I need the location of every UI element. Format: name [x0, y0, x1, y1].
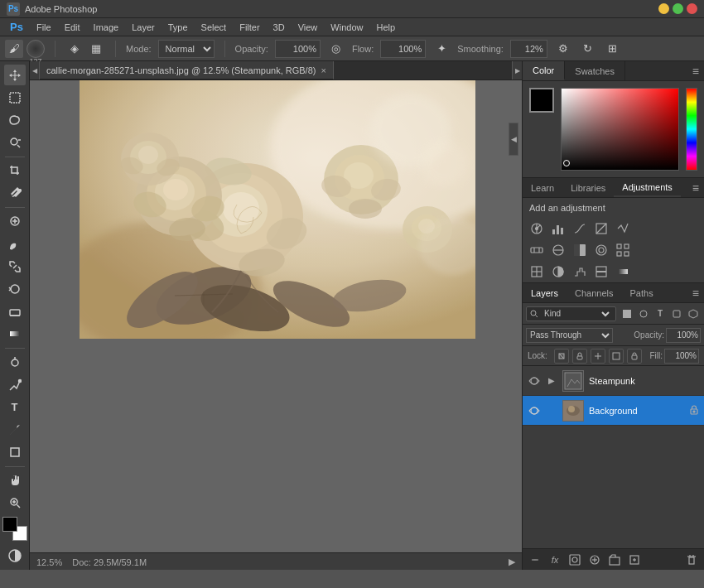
- healing-brush-tool[interactable]: [4, 211, 26, 232]
- delete-layer-btn[interactable]: [682, 552, 701, 568]
- menu-layer[interactable]: Layer: [125, 21, 162, 34]
- shape-tool[interactable]: [4, 441, 26, 462]
- exposure-adj[interactable]: [592, 219, 610, 238]
- quick-mask-tool[interactable]: [4, 546, 26, 566]
- color-spectrum[interactable]: [561, 88, 679, 171]
- filter-type-icon[interactable]: T: [653, 306, 668, 321]
- lock-pixels-btn[interactable]: [572, 349, 587, 364]
- link-layers-btn[interactable]: [526, 552, 544, 568]
- black-white-adj[interactable]: [571, 241, 589, 259]
- filter-smart-icon[interactable]: [686, 306, 701, 321]
- lasso-tool[interactable]: [4, 109, 26, 130]
- tab-libraries[interactable]: Libraries: [562, 178, 614, 197]
- tab-channels[interactable]: Channels: [567, 283, 621, 302]
- brightness-contrast-adj[interactable]: [528, 219, 546, 238]
- canvas-container[interactable]: [30, 80, 522, 552]
- fill-input[interactable]: [664, 349, 699, 364]
- add-style-btn[interactable]: fx: [546, 552, 564, 568]
- symmetry-icon[interactable]: ⊞: [604, 40, 622, 58]
- tab-swatches[interactable]: Swatches: [565, 61, 625, 80]
- curves-adj[interactable]: [571, 219, 589, 238]
- lock-all-btn[interactable]: [627, 349, 642, 364]
- eraser-icon[interactable]: ✦: [432, 40, 451, 58]
- hue-strip[interactable]: [686, 88, 697, 171]
- menu-edit[interactable]: Edit: [58, 21, 87, 34]
- layer-kind-select[interactable]: Kind Name Effect Mode Attribute Color: [541, 306, 612, 321]
- lock-transparent-btn[interactable]: [554, 349, 569, 364]
- brush-tool[interactable]: [4, 234, 26, 254]
- layer-item-background[interactable]: ▶ Background: [523, 396, 704, 426]
- layer-item-steampunk[interactable]: ▶ Steampunk: [523, 366, 704, 396]
- pen-tool[interactable]: [4, 374, 26, 395]
- layers-panel-menu[interactable]: ≡: [687, 287, 704, 300]
- zoom-tool[interactable]: [4, 493, 26, 513]
- tab-learn[interactable]: Learn: [523, 178, 562, 197]
- filter-shape-icon[interactable]: [669, 306, 684, 321]
- angle-icon[interactable]: ↻: [579, 40, 597, 58]
- airbrush-icon[interactable]: ◎: [327, 40, 345, 58]
- color-panel-menu[interactable]: ≡: [687, 65, 704, 78]
- color-lookup-adj[interactable]: [528, 263, 546, 281]
- foreground-color-swatch[interactable]: [529, 88, 554, 113]
- menu-help[interactable]: Help: [369, 21, 402, 34]
- color-balance-adj[interactable]: [549, 241, 567, 259]
- path-selection-tool[interactable]: [4, 419, 26, 440]
- layer-expand-arrow[interactable]: ▶: [546, 375, 557, 387]
- blend-mode-select[interactable]: Pass Through Normal Multiply Screen Over…: [526, 328, 613, 343]
- menu-select[interactable]: Select: [195, 21, 234, 34]
- add-adjustment-btn[interactable]: [586, 552, 604, 568]
- gradient-map-adj[interactable]: [614, 263, 632, 281]
- add-mask-btn[interactable]: [566, 552, 584, 568]
- smoothing-settings-icon[interactable]: ⚙: [554, 40, 572, 58]
- scroll-right[interactable]: ▶: [509, 557, 515, 567]
- maximize-button[interactable]: [673, 3, 683, 14]
- vibrance-adj[interactable]: [614, 219, 632, 238]
- menu-3d[interactable]: 3D: [267, 21, 292, 34]
- mode-select[interactable]: Normal Multiply Screen: [158, 40, 215, 58]
- opacity-input[interactable]: [666, 328, 701, 343]
- tab-collapse-right[interactable]: ▶: [512, 61, 522, 80]
- posterize-adj[interactable]: [571, 263, 589, 281]
- flow-input[interactable]: [380, 40, 426, 58]
- levels-adj[interactable]: [549, 219, 567, 238]
- lock-artboard-btn[interactable]: [609, 349, 624, 364]
- lock-position-btn[interactable]: [591, 349, 605, 364]
- eyedropper-tool[interactable]: [4, 183, 26, 204]
- color-swatches[interactable]: [2, 517, 27, 541]
- new-layer-btn[interactable]: [625, 552, 644, 568]
- menu-type[interactable]: Type: [162, 21, 195, 34]
- add-group-btn[interactable]: [605, 552, 624, 568]
- gradient-tool[interactable]: [4, 324, 26, 345]
- move-tool[interactable]: [4, 65, 26, 85]
- minimize-button[interactable]: [658, 3, 669, 14]
- smoothing-input[interactable]: [510, 40, 547, 58]
- history-brush-tool[interactable]: [4, 278, 26, 299]
- brush-tool-icon[interactable]: 🖌: [5, 40, 23, 58]
- tab-close-button[interactable]: ×: [321, 65, 325, 75]
- type-tool[interactable]: T: [4, 397, 26, 417]
- crop-tool[interactable]: [4, 161, 26, 181]
- filter-adjustment-icon[interactable]: [636, 306, 651, 321]
- tab-adjustments[interactable]: Adjustments: [614, 178, 681, 197]
- tab-collapse-left[interactable]: ◀: [30, 61, 40, 80]
- marquee-tool[interactable]: [4, 87, 26, 108]
- hue-saturation-adj[interactable]: [528, 241, 546, 259]
- tab-color[interactable]: Color: [523, 61, 565, 80]
- brush-preview[interactable]: 127: [27, 40, 45, 58]
- brush-toggle-icon[interactable]: ▦: [87, 40, 105, 58]
- channel-mixer-adj[interactable]: [614, 241, 632, 259]
- dodge-tool[interactable]: [4, 352, 26, 373]
- invert-adj[interactable]: [549, 263, 567, 281]
- menu-image[interactable]: Image: [87, 21, 126, 34]
- opacity-input[interactable]: [275, 40, 321, 58]
- threshold-adj[interactable]: [592, 263, 610, 281]
- menu-filter[interactable]: Filter: [233, 21, 266, 34]
- brush-settings-icon[interactable]: ◈: [65, 40, 84, 58]
- hand-tool[interactable]: [4, 470, 26, 491]
- menu-file[interactable]: File: [30, 21, 58, 34]
- menu-ps[interactable]: Ps: [3, 19, 30, 35]
- close-button[interactable]: [687, 3, 697, 14]
- menu-view[interactable]: View: [292, 21, 325, 34]
- tab-layers[interactable]: Layers: [523, 283, 567, 302]
- layer-visibility-steampunk[interactable]: [528, 374, 541, 388]
